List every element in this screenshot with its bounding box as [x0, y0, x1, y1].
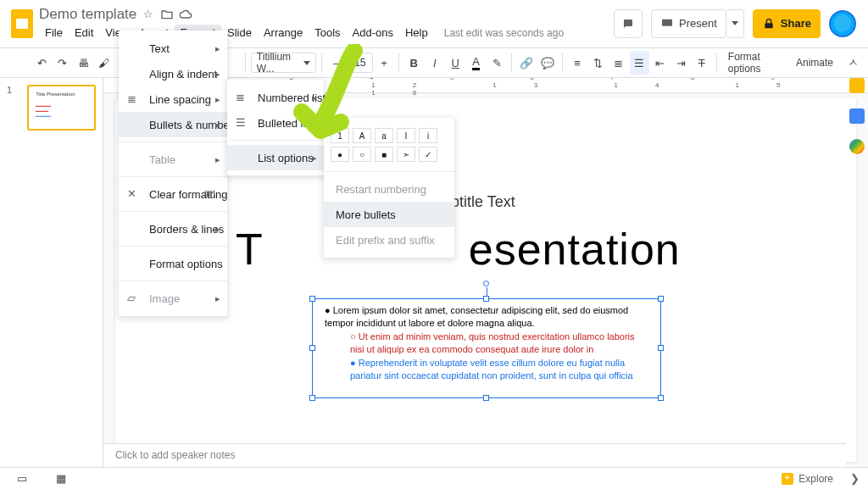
opt-a[interactable]: a	[375, 128, 393, 143]
handle-mr[interactable]	[658, 345, 664, 351]
paint-format-icon[interactable]: 🖌	[94, 51, 113, 75]
filmstrip-view-icon[interactable]: ▭	[17, 472, 27, 485]
handle-bm[interactable]	[483, 395, 489, 401]
format-text[interactable]: Text▸	[119, 36, 227, 61]
addons-rail-icon[interactable]	[849, 139, 865, 154]
increase-font-icon[interactable]: +	[375, 51, 393, 75]
opt-square[interactable]: ■	[375, 147, 393, 162]
last-edit[interactable]: Last edit was seconds ago	[444, 27, 564, 39]
underline-icon[interactable]: U	[446, 51, 465, 75]
format-linespacing[interactable]: ≣Line spacing▸	[119, 86, 227, 112]
handle-tm[interactable]	[483, 296, 489, 302]
highlight-icon[interactable]: ✎	[487, 51, 506, 75]
clear-format-icon[interactable]: T	[693, 51, 711, 75]
opt-A[interactable]: A	[353, 128, 371, 143]
format-borders[interactable]: Borders & lines▸	[119, 216, 227, 242]
menu-tools[interactable]: Tools	[309, 25, 346, 41]
print-icon[interactable]: 🖶	[74, 51, 92, 75]
edit-prefix-suffix[interactable]: Edit prefix and suffix	[324, 227, 454, 253]
rotate-handle[interactable]	[483, 281, 489, 286]
line-spacing-icon[interactable]: ⇅	[588, 51, 607, 75]
share-label: Share	[781, 17, 811, 30]
handle-tl[interactable]	[309, 296, 315, 302]
align-icon[interactable]: ≡	[568, 51, 587, 75]
opt-circle[interactable]: ○	[353, 147, 371, 162]
bulleted-list-icon[interactable]: ☰	[630, 51, 648, 75]
opt-1[interactable]: 1	[331, 128, 349, 143]
text-color-icon[interactable]: A	[466, 51, 485, 75]
undo-icon[interactable]: ↶	[32, 51, 51, 75]
document-name[interactable]: Demo template	[39, 6, 136, 23]
explore-button[interactable]: Explore	[782, 473, 833, 485]
bullet-3[interactable]: Reprehenderit in voluptate velit esse ci…	[325, 357, 648, 383]
format-table[interactable]: Table▸	[119, 147, 227, 172]
italic-icon[interactable]: I	[426, 51, 444, 75]
insert-link-icon[interactable]: 🔗	[517, 51, 536, 75]
svg-rect-1	[16, 19, 28, 29]
menu-addons[interactable]: Add-ons	[347, 25, 399, 41]
share-button[interactable]: Share	[753, 9, 821, 38]
next-icon[interactable]: ❯	[850, 472, 860, 485]
more-bullets[interactable]: More bullets	[324, 202, 454, 227]
font-name: Titillium W...	[257, 51, 298, 75]
insert-comment-icon[interactable]: 💬	[538, 51, 557, 75]
explore-label: Explore	[798, 473, 833, 485]
font-selector[interactable]: Titillium W...	[251, 53, 316, 73]
handle-ml[interactable]	[309, 345, 315, 351]
restart-numbering[interactable]: Restart numbering	[324, 176, 454, 202]
format-menu: Text▸ Align & indent▸ ≣Line spacing▸ Bul…	[119, 31, 227, 316]
format-options-button[interactable]: Format options	[722, 53, 788, 73]
bullet-2[interactable]: Ut enim ad minim veniam, quis nostrud ex…	[325, 331, 648, 357]
present-label: Present	[679, 17, 717, 30]
opt-i[interactable]: i	[419, 128, 437, 143]
account-avatar[interactable]	[829, 10, 856, 37]
handle-tr[interactable]	[658, 296, 664, 302]
thumb-title: Title Presentation	[36, 92, 87, 97]
menu-help[interactable]: Help	[399, 25, 434, 41]
keep-icon[interactable]	[849, 78, 865, 93]
hide-menus-icon[interactable]: ㅅ	[841, 51, 865, 75]
move-icon[interactable]	[160, 8, 174, 21]
menu-edit[interactable]: Edit	[69, 25, 99, 41]
body-textbox[interactable]: Lorem ipsum dolor sit amet, consectetur …	[312, 298, 661, 398]
present-dropdown[interactable]	[726, 9, 744, 38]
tasks-icon[interactable]	[849, 108, 865, 124]
menu-arrange[interactable]: Arrange	[258, 25, 309, 41]
title-text[interactable]: Tesentation	[236, 224, 681, 275]
decrease-indent-icon[interactable]: ⇤	[651, 51, 670, 75]
slide-thumbnail[interactable]: Title Presentation ━━━━━━ ━━━━━ ━━━━━━	[27, 85, 96, 131]
format-options[interactable]: Format options	[119, 251, 227, 276]
numbered-list-option[interactable]: ≣Numbered list▸	[227, 85, 324, 110]
handle-br[interactable]	[658, 395, 664, 401]
opt-disc[interactable]: ●	[331, 147, 349, 162]
bold-icon[interactable]: B	[404, 51, 423, 75]
format-bullets[interactable]: Bullets & numbering▸	[119, 112, 227, 137]
cloud-icon[interactable]	[179, 8, 192, 21]
grid-view-icon[interactable]: ▦	[56, 472, 66, 485]
svg-rect-2	[662, 19, 672, 25]
redo-icon[interactable]: ↷	[53, 51, 71, 75]
format-image[interactable]: ▱Image▸	[119, 286, 227, 311]
increase-indent-icon[interactable]: ⇥	[671, 51, 690, 75]
subtitle-text[interactable]: btitle Text	[451, 193, 515, 211]
font-size-input[interactable]: 15	[348, 53, 373, 73]
bullet-1[interactable]: Lorem ipsum dolor sit amet, consectetur …	[325, 304, 648, 331]
menu-file[interactable]: File	[39, 25, 69, 41]
present-button[interactable]: Present	[651, 9, 726, 38]
opt-arrow[interactable]: ➣	[397, 147, 415, 162]
bulleted-list-option[interactable]: ☰Bulleted list▸	[227, 110, 324, 136]
comments-button[interactable]	[614, 9, 643, 38]
numbered-list-icon[interactable]: ≣	[609, 51, 628, 75]
star-icon[interactable]: ☆	[142, 8, 155, 21]
animate-button[interactable]: Animate	[790, 53, 839, 73]
opt-I[interactable]: I	[397, 128, 415, 143]
format-clear[interactable]: ✕Clear formatting⌘\	[119, 181, 227, 207]
handle-bl[interactable]	[309, 395, 315, 401]
list-options[interactable]: List options▸	[227, 145, 324, 170]
slide-number: 1	[7, 85, 12, 131]
format-align[interactable]: Align & indent▸	[119, 61, 227, 86]
opt-check[interactable]: ✓	[419, 147, 437, 162]
slides-logo[interactable]	[5, 9, 39, 38]
speaker-notes[interactable]: Click to add speaker notes	[103, 443, 846, 467]
decrease-font-icon[interactable]: –	[326, 51, 345, 75]
